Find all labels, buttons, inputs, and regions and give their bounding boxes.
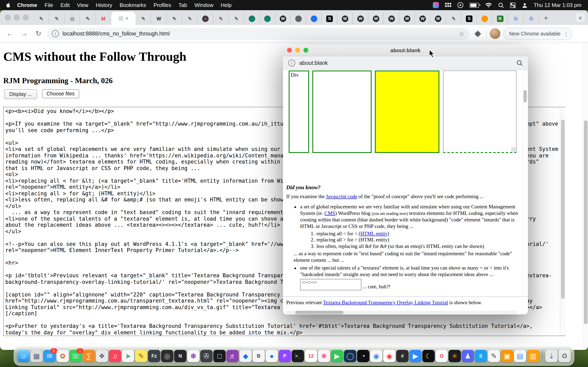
dock-icon-display[interactable]: ▣ (501, 350, 513, 362)
url-text[interactable]: localhost:8888/cms_no_follow_through.htm… (62, 31, 455, 37)
user-menu-icon[interactable] (522, 2, 527, 8)
dock-icon-finder[interactable]: ☺ (17, 350, 30, 362)
overlay-textarea-box[interactable] (443, 71, 517, 153)
dock-icon-chrome-beta[interactable]: ◉ (383, 350, 396, 362)
browser-tab-s-site2[interactable]: S (461, 12, 477, 25)
browser-tab-wordpress6[interactable]: W (399, 12, 415, 25)
browser-tab-wordpress2[interactable]: W (337, 12, 353, 25)
wifi-icon[interactable] (485, 2, 492, 8)
html-entity-link[interactable]: HTML entity (360, 231, 388, 236)
dock-icon-calendar[interactable]: 12 (305, 350, 317, 362)
browser-tab-wiki[interactable]: W (151, 12, 167, 25)
browser-tab-blue-dot[interactable] (306, 12, 322, 25)
browser-tab-teal1[interactable] (244, 12, 260, 25)
browser-tab-edit3[interactable]: ✎ (80, 12, 95, 25)
profile-avatar[interactable] (490, 28, 501, 39)
resize-grip-icon[interactable] (511, 147, 516, 152)
browser-tab-wordpress1[interactable]: W (275, 12, 291, 25)
menu-item-tab[interactable]: Tab (175, 2, 191, 8)
dock-icon-maps[interactable]: ➤ (122, 350, 134, 362)
menu-item-window[interactable]: Window (191, 2, 217, 8)
dock-icon-mind[interactable]: ✱ (318, 350, 330, 362)
dock-icon-music[interactable]: ♫ (109, 350, 121, 362)
minimize-window-button[interactable] (14, 15, 20, 20)
battery-icon[interactable] (470, 3, 479, 8)
bookmark-star-icon[interactable]: ☆ (459, 30, 464, 37)
browser-tab-gray-dot[interactable] (291, 12, 306, 25)
browser-tab-orange-dot[interactable] (477, 12, 493, 25)
dock-icon-bbedit[interactable]: B (252, 350, 265, 362)
browser-tab-wordpress4[interactable]: W (368, 12, 384, 25)
dock-icon-pencil-app[interactable]: ✎ (488, 350, 500, 362)
dock-icon-docs[interactable]: ▤ (514, 350, 526, 362)
popup-search-icon[interactable] (517, 60, 523, 66)
dock-icon-tv[interactable]: □ (213, 350, 226, 362)
popup-url-text[interactable]: about:blank (299, 60, 328, 66)
dock-icon-notes[interactable]: ✎ (135, 350, 147, 362)
dock-icon-news[interactable]: N (174, 350, 186, 362)
tab-close-icon[interactable]: × (125, 16, 128, 21)
dock-icon-calculator[interactable]: ∑ (83, 350, 95, 362)
new-tab-button[interactable]: + (541, 13, 551, 24)
dock-icon-zoom[interactable]: ▶ (409, 350, 422, 362)
popup-title-bar[interactable]: about:blank (283, 45, 528, 56)
display-button[interactable]: Display ... (4, 89, 37, 99)
spotlight-search-icon[interactable] (498, 2, 504, 8)
dock-icon-fz-app[interactable]: Fz (148, 350, 160, 362)
dock-icon-discord[interactable]: ♟ (462, 350, 474, 362)
dock-icon-hash[interactable]: # (396, 350, 408, 362)
screen-mirroring-icon[interactable] (457, 2, 463, 8)
browser-tab-wordpress7[interactable]: W (415, 12, 430, 25)
reload-button[interactable]: ↻ (33, 28, 44, 39)
menu-item-history[interactable]: History (92, 2, 116, 8)
popup-close-button[interactable] (287, 48, 292, 53)
dock-icon-downloads[interactable]: ⇣ (545, 350, 558, 362)
forward-button[interactable]: → (18, 28, 30, 39)
menu-item-bookmarks[interactable]: Bookmarks (116, 2, 150, 8)
dock-icon-moon[interactable]: ☾ (423, 350, 435, 362)
browser-tab-edit4[interactable]: ✎ (136, 12, 151, 25)
previous-tutorial-link[interactable]: Textarea Background Transparency Overlay… (323, 300, 448, 305)
page-scrollbar-thumb[interactable] (584, 120, 588, 324)
dock-icon-facetime[interactable]: ▶ (331, 350, 343, 362)
page-scrollbar[interactable] (583, 43, 588, 350)
menu-item-view[interactable]: View (73, 2, 92, 8)
dock-icon-photos[interactable]: ✿ (57, 350, 69, 362)
popup-scrollbar-thumb[interactable] (523, 90, 527, 102)
dock-icon-opera[interactable]: O (435, 350, 448, 362)
browser-tab-wordpress8[interactable]: W (430, 12, 446, 25)
dock-icon-preview[interactable]: ✇ (200, 350, 213, 362)
textarea-scrollbar[interactable] (560, 107, 566, 336)
popup-scrollbar[interactable] (523, 70, 527, 296)
javascript-code-link[interactable]: Javascript code (326, 194, 357, 200)
browser-tab-edit9[interactable]: ✎ (446, 12, 461, 25)
browser-tab-google1[interactable]: G (508, 12, 523, 25)
password-manager-icon[interactable] (433, 2, 439, 8)
browser-tab-s-site1[interactable]: S (322, 12, 337, 25)
browser-tab-wordpress3[interactable]: W (353, 12, 368, 25)
dock-icon-earth[interactable]: ◯ (344, 350, 356, 362)
dock-icon-itunes[interactable]: ♬ (226, 350, 239, 362)
browser-tab-record[interactable]: ● (198, 12, 213, 25)
dock-icon-clock[interactable]: ◔ (357, 350, 369, 362)
demo-textarea[interactable]: <><><> (300, 279, 361, 290)
dock-icon-s-app[interactable]: S (475, 350, 487, 362)
popup-zoom-button[interactable] (303, 48, 308, 53)
browser-tab-doc[interactable]: ▤ (65, 12, 80, 25)
popup-horizontal-scrollbar-thumb[interactable] (295, 311, 343, 314)
dock-icon-books[interactable]: ▥ (527, 350, 539, 362)
dock-icon-chrome[interactable]: ◉ (370, 350, 382, 362)
popup-minimize-button[interactable] (295, 48, 300, 53)
menu-item-file[interactable]: File (41, 2, 57, 8)
dock-icon-firefox[interactable]: ✳ (449, 350, 461, 362)
textarea-scrollbar-thumb[interactable] (561, 119, 565, 299)
dock-icon-paw[interactable]: ✽ (187, 350, 199, 362)
browser-tab-gmail[interactable]: M (95, 12, 111, 25)
menu-item-help[interactable]: Help (217, 2, 235, 8)
dock-icon-podcasts[interactable]: P (279, 350, 291, 362)
extensions-puzzle-icon[interactable] (472, 28, 484, 39)
dock-icon-mail[interactable]: ✉5 (43, 350, 56, 362)
dock-icon-launchpad[interactable]: ❖ (96, 350, 108, 362)
browser-tab-edit7[interactable]: ✎ (213, 12, 229, 25)
dock-icon-trash[interactable]: ♻ (558, 350, 571, 362)
